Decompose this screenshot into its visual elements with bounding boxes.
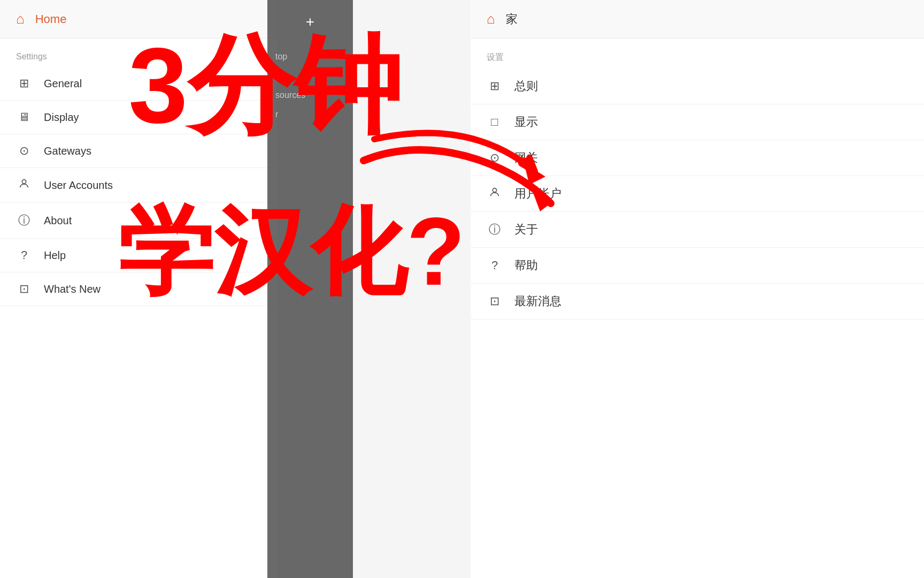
right-nav-item-about[interactable]: ⓘ 关于 [471,212,924,248]
right-display-label: 显示 [514,114,538,130]
right-whats-new-label: 最新消息 [514,293,561,309]
display-icon: 🖥 [16,110,32,124]
user-accounts-label: User Accounts [44,179,113,192]
right-nav-item-gateways[interactable]: ⊙ 网关 [471,140,924,176]
right-general-label: 总则 [514,78,538,94]
right-user-accounts-label: 用户帐户 [514,186,561,202]
display-label: Display [44,111,79,124]
whats-new-icon: ⊡ [16,282,32,296]
plus-button[interactable]: + [267,5,353,39]
right-help-label: 帮助 [514,257,538,273]
right-home-icon: ⌂ [487,11,495,27]
right-nav-item-help[interactable]: ? 帮助 [471,248,924,284]
right-user-accounts-icon [487,186,503,201]
gateways-icon: ⊙ [16,144,32,158]
gateways-label: Gateways [44,145,91,157]
home-header[interactable]: ⌂ Home [0,0,278,39]
about-label: About [44,215,72,227]
right-nav-item-user-accounts[interactable]: 用户帐户 [471,176,924,212]
right-home-label: 家 [506,11,518,27]
about-icon: ⓘ [16,212,32,229]
overlay-item-2: sources [275,88,345,103]
general-label: General [44,78,82,90]
plus-icon: + [306,13,314,31]
overlay-menu: top this sources r [267,39,353,133]
right-about-label: 关于 [514,222,538,238]
right-general-icon: ⊞ [487,79,503,93]
user-accounts-icon [16,178,32,193]
svg-point-0 [22,180,26,184]
right-gateways-icon: ⊙ [487,151,503,165]
right-display-icon: □ [487,115,503,129]
help-label: Help [44,249,66,262]
nav-item-user-accounts[interactable]: User Accounts [0,168,278,203]
nav-item-about[interactable]: ⓘ About [0,203,278,239]
right-help-icon: ? [487,258,503,272]
right-nav-item-general[interactable]: ⊞ 总则 [471,69,924,104]
right-nav-item-whats-new[interactable]: ⊡ 最新消息 [471,284,924,320]
middle-overlay-panel: + top this sources r [267,0,353,578]
left-panel: ⌂ Home Settings ⊞ General 🖥 Display ⊙ Ga… [0,0,278,578]
home-icon: ⌂ [16,11,25,27]
right-panel: ⌂ 家 设置 ⊞ 总则 □ 显示 ⊙ 网关 用户帐户 ⓘ 关于 ? 帮助 ⊡ 最… [471,0,924,578]
right-nav-item-display[interactable]: □ 显示 [471,104,924,140]
svg-point-1 [492,188,496,192]
nav-item-display[interactable]: 🖥 Display [0,101,278,134]
overlay-item-0: top [275,49,345,64]
right-home-header[interactable]: ⌂ 家 [471,0,924,39]
home-label: Home [35,12,67,26]
help-icon: ? [16,248,32,262]
nav-item-help[interactable]: ? Help [0,239,278,272]
overlay-item-1: this [275,69,345,83]
nav-item-general[interactable]: ⊞ General [0,67,278,101]
right-about-icon: ⓘ [487,222,503,238]
nav-item-gateways[interactable]: ⊙ Gateways [0,134,278,168]
settings-section-label: Settings [0,39,278,67]
right-gateways-label: 网关 [514,150,538,166]
right-settings-label: 设置 [471,39,924,69]
overlay-item-3: r [275,107,345,122]
general-icon: ⊞ [16,77,32,90]
nav-item-whats-new[interactable]: ⊡ What's New [0,272,278,306]
right-whats-new-icon: ⊡ [487,294,503,308]
whats-new-label: What's New [44,283,101,295]
